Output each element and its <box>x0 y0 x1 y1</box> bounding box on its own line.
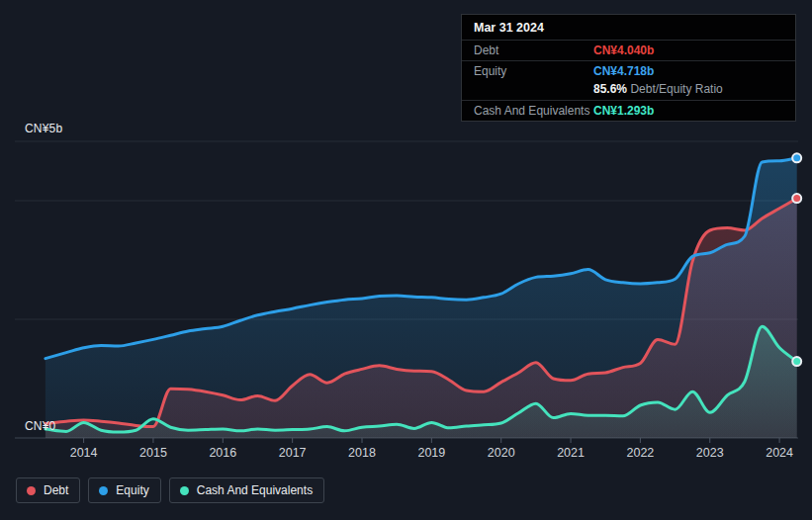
tooltip-debt-value: CN¥4.040b <box>593 43 654 57</box>
tooltip-debt-row: Debt CN¥4.040b <box>462 41 795 61</box>
tooltip-ratio-value: 85.6% <box>593 82 627 96</box>
equity-series-dot-icon <box>99 486 108 495</box>
x-axis-label-2024: 2024 <box>758 446 801 460</box>
tooltip-equity-value: CN¥4.718b <box>593 64 654 78</box>
debt-equity-history-chart-panel: CN¥5b CN¥0 20142015201620172018201920202… <box>0 0 812 520</box>
x-axis-label-2021: 2021 <box>549 446 592 460</box>
x-axis-label-2017: 2017 <box>271 446 315 460</box>
chart-tooltip: Mar 31 2024 Debt CN¥4.040b Equity CN¥4.7… <box>461 14 796 122</box>
x-axis-label-2016: 2016 <box>201 446 244 460</box>
tooltip-date-title: Mar 31 2024 <box>462 15 795 41</box>
x-axis-label-2023: 2023 <box>688 446 732 460</box>
x-axis-label-2020: 2020 <box>480 446 523 460</box>
tooltip-cash-label: Cash And Equivalents <box>474 104 593 118</box>
tooltip-ratio-row: 85.6% Debt/Equity Ratio <box>462 81 795 101</box>
x-axis-label-2019: 2019 <box>409 446 453 460</box>
cash-endpoint-marker[interactable] <box>792 357 801 366</box>
tooltip-equity-row: Equity CN¥4.718b <box>462 61 795 81</box>
tooltip-ratio-label: Debt/Equity Ratio <box>630 82 722 96</box>
y-axis-label-top: CN¥5b <box>25 122 62 135</box>
legend-cash-label: Cash And Equivalents <box>197 483 313 497</box>
debt-series-dot-icon <box>27 486 36 495</box>
tooltip-cash-row: Cash And Equivalents CN¥1.293b <box>462 101 795 121</box>
legend-equity-label: Equity <box>116 483 148 497</box>
x-axis-label-2014: 2014 <box>62 446 106 460</box>
legend-debt-label: Debt <box>44 483 68 497</box>
y-axis-label-zero: CN¥0 <box>25 419 55 433</box>
x-axis-label-2015: 2015 <box>132 446 175 460</box>
cash-series-dot-icon <box>180 486 189 495</box>
chart-legend: Debt Equity Cash And Equivalents <box>16 477 324 503</box>
tooltip-debt-label: Debt <box>474 43 593 57</box>
legend-item-debt[interactable]: Debt <box>16 477 80 503</box>
legend-item-cash[interactable]: Cash And Equivalents <box>169 477 324 503</box>
equity-endpoint-marker[interactable] <box>792 153 801 162</box>
debt-endpoint-marker[interactable] <box>792 194 801 203</box>
legend-item-equity[interactable]: Equity <box>88 477 160 503</box>
x-axis-label-2018: 2018 <box>340 446 384 460</box>
tooltip-equity-label: Equity <box>474 64 593 78</box>
x-axis-label-2022: 2022 <box>618 446 662 460</box>
tooltip-cash-value: CN¥1.293b <box>593 104 654 118</box>
